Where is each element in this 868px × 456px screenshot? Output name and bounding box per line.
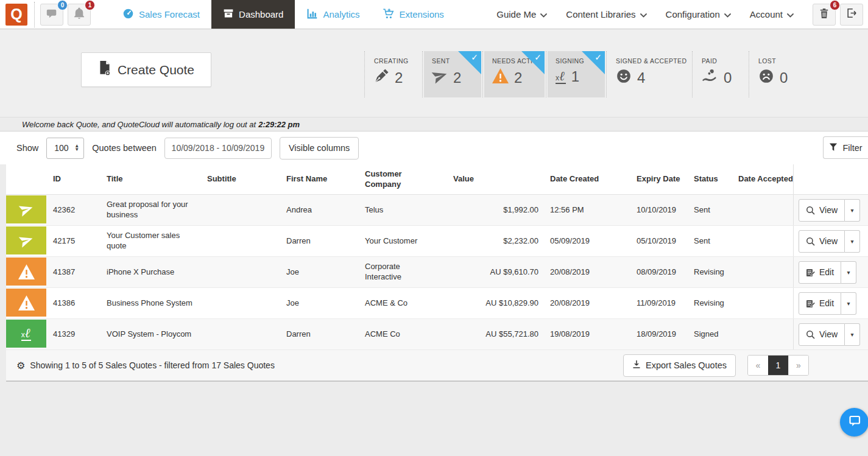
check-icon: ✓ [595,52,602,62]
document-plus-icon [98,60,111,79]
cell-id: 42362 [46,195,104,225]
cell-title: VOIP System - Ploycom [104,319,201,349]
trash-icon [819,8,829,21]
welcome-message: Welcome back Quote, and QuoteCloud will … [22,120,256,129]
cell-title: Your Customer sales quote [104,226,201,256]
sent-status-icon [6,195,46,225]
cell-created: 19/08/2019 [542,319,630,349]
export-sales-quotes-button[interactable]: Export Sales Quotes [623,354,736,377]
view-button[interactable]: View [799,323,845,346]
header-value[interactable]: Value [432,164,542,194]
stage-sent[interactable]: SENT 2 ✓ [422,51,482,97]
cell-value: $1,992.00 [432,195,542,225]
header-id[interactable]: ID [46,164,104,194]
filter-button[interactable]: Filter [823,136,868,159]
cell-created: 20/08/2019 [542,288,630,318]
header-expiry-date[interactable]: Expiry Date [630,164,682,194]
signed-status-icon: xℓ [6,319,46,349]
stage-signing[interactable]: SIGNING xℓ1 ✓ [546,51,606,97]
cell-created: 20/08/2019 [542,257,630,287]
cell-title: Business Phone System [104,288,201,318]
tab-sales-forecast[interactable]: Sales Forecast [111,0,211,29]
tab-analytics[interactable]: Analytics [295,0,371,29]
cell-title: Great proposal for your business [104,195,201,225]
cell-accepted [725,319,793,349]
hand-coins-icon [702,68,718,88]
menu-configuration[interactable]: Configuration [666,9,731,19]
cell-value: $2,232.00 [432,226,542,256]
menu-content-libraries[interactable]: Content Libraries [566,9,646,19]
chat-widget-button[interactable] [840,408,868,437]
header-subtitle[interactable]: Subtitle [201,164,271,194]
app-logo[interactable]: Q [5,4,27,26]
funnel-icon [829,142,838,153]
pagination-next-button[interactable]: » [788,356,808,375]
cell-actions: View▾ [793,226,868,256]
action-dropdown-button[interactable]: ▾ [845,199,860,222]
check-icon: ✓ [471,52,478,62]
signature-icon: xℓ [556,70,566,84]
pagination-prev-button[interactable]: « [748,356,768,375]
shopping-cart-icon [383,8,394,21]
header-title[interactable]: Title [104,164,201,194]
action-dropdown-button[interactable]: ▾ [841,261,856,284]
action-dropdown-button[interactable]: ▾ [845,323,860,346]
cell-subtitle [201,319,271,349]
header-customer-company[interactable]: Customer Company [350,164,432,194]
cell-value: AU $9,610.70 [432,257,542,287]
chevron-down-icon [724,9,731,19]
stage-creating[interactable]: CREATING 2 [364,51,422,97]
stage-lost[interactable]: LOST 0 [749,51,805,97]
cell-subtitle [201,288,271,318]
gauge-icon [122,8,134,21]
header-date-created[interactable]: Date Created [542,164,630,194]
primary-tabs: Sales Forecast Dashboard Analytics Exten… [111,0,456,29]
menu-account[interactable]: Account [750,9,794,19]
stage-needs-action[interactable]: NEEDS ACTION 2 ✓ [482,51,546,97]
chevron-down-icon [540,9,547,19]
cell-actions: Edit▾ [793,288,868,318]
view-button[interactable]: View [799,230,845,253]
header-first-name[interactable]: First Name [271,164,350,194]
edit-button[interactable]: Edit [799,292,841,315]
logout-button[interactable] [840,4,863,26]
cell-first-name: Darren [271,319,350,349]
chat-bubble-icon [46,7,58,22]
table-body: 42362Great proposal for your businessAnd… [6,195,868,350]
action-dropdown-button[interactable]: ▾ [845,230,860,253]
header-date-accepted[interactable]: Date Accepted [725,164,793,194]
menu-guide-me[interactable]: Guide Me [496,9,547,19]
results-summary: Showing 1 to 5 of 5 Sales Quotes - filte… [30,360,275,370]
chevron-down-icon [640,9,647,19]
date-range-input[interactable] [164,138,272,159]
cell-first-name: Joe [271,257,350,287]
pagination: « 1 » [747,355,809,376]
tab-extensions[interactable]: Extensions [371,0,455,29]
create-quote-button[interactable]: Create Quote [81,52,211,87]
cell-company: Your Customer [350,226,432,256]
pen-nib-icon [374,68,389,87]
header-status[interactable]: Status [682,164,725,194]
cell-id: 42175 [46,226,104,256]
paper-plane-icon [432,68,448,88]
visible-columns-button[interactable]: Visible columns [280,137,359,160]
action-dropdown-button[interactable]: ▾ [841,292,856,315]
gear-icon[interactable]: ⚙ [16,360,25,371]
chat-bubble-icon [847,414,862,430]
chevron-down-icon [787,9,794,19]
stage-paid[interactable]: PAID 0 [692,51,749,97]
notifications-button[interactable]: 1 [68,4,91,26]
trash-button[interactable]: 6 [813,4,836,26]
navbar-right: Guide Me Content Libraries Configuration… [496,4,868,26]
cell-company: ACME Co [350,319,432,349]
cell-first-name: Joe [271,288,350,318]
tab-dashboard[interactable]: Dashboard [211,0,295,29]
stage-signed-accepted[interactable]: SIGNED & ACCEPTED 4 [606,51,692,97]
pagination-page-1[interactable]: 1 [768,356,788,375]
check-icon: ✓ [534,52,542,62]
cell-value: AU $55,721.80 [432,319,542,349]
page-size-select[interactable]: 100 ▲▼ [46,138,84,159]
view-button[interactable]: View [799,199,845,222]
edit-button[interactable]: Edit [799,261,841,284]
messages-button[interactable]: 0 [40,4,63,26]
